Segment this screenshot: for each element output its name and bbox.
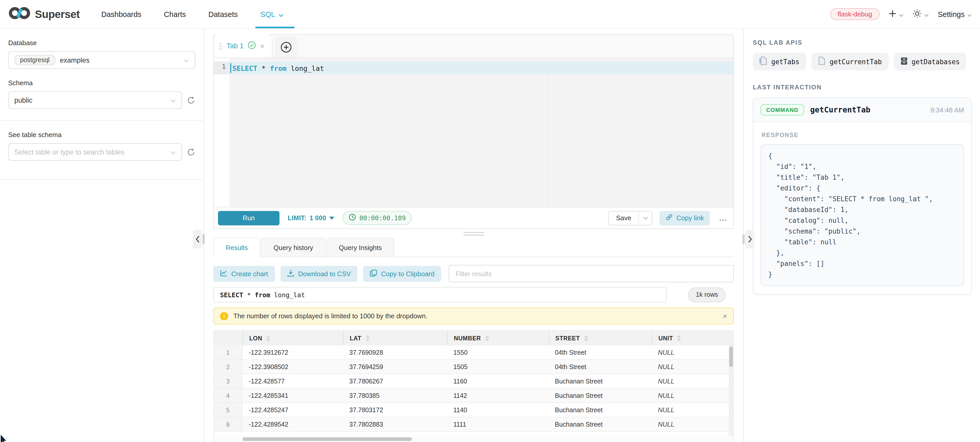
- limit-dropdown[interactable]: LIMIT: 1 000: [288, 214, 334, 222]
- row-count-badge: 1k rows: [688, 287, 725, 302]
- copy-link-label: Copy link: [676, 214, 704, 222]
- column-header[interactable]: UNIT: [652, 330, 733, 345]
- nav-charts[interactable]: Charts: [164, 0, 186, 28]
- sort-icon[interactable]: [266, 335, 270, 341]
- interaction-card-body: RESPONSE { "id": "1", "title": "Tab 1", …: [753, 122, 971, 294]
- sun-icon: [913, 9, 921, 19]
- get-current-tab-button[interactable]: getCurrentTab: [811, 53, 889, 70]
- editor-code-area[interactable]: SELECT * from long_lat: [229, 58, 733, 207]
- more-options-button[interactable]: ...: [717, 214, 729, 222]
- interaction-card-header: COMMAND getCurrentTab 9:34:48 AM: [753, 98, 971, 122]
- column-header[interactable]: LAT: [343, 330, 447, 345]
- response-json: { "id": "1", "title": "Tab 1", "editor":…: [768, 150, 956, 280]
- column-header[interactable]: STREET: [549, 330, 652, 345]
- copy-link-button[interactable]: Copy link: [660, 211, 710, 225]
- table-row[interactable]: 1 -122.3912672 37.7690928 1550 04th Stre…: [214, 345, 733, 360]
- save-dropdown-caret[interactable]: [638, 211, 652, 225]
- sidebar-divider: [0, 120, 204, 121]
- tabs-page-icon: [759, 56, 767, 67]
- database-label: Database: [8, 39, 196, 47]
- last-interaction-card: COMMAND getCurrentTab 9:34:48 AM RESPONS…: [753, 97, 972, 295]
- scrollbar-thumb[interactable]: [243, 437, 412, 441]
- sql-lab-api-panel: SQL LAB APIS getTabs: [743, 29, 980, 442]
- nav-datasets[interactable]: Datasets: [208, 0, 238, 28]
- theme-toggle[interactable]: [913, 9, 929, 19]
- nav-sql[interactable]: SQL: [260, 0, 283, 28]
- clock-icon: [349, 214, 356, 222]
- table-row[interactable]: 4 -122.4285341 37.780385 1142 Buchanan S…: [214, 389, 733, 403]
- sort-icon[interactable]: [677, 335, 681, 341]
- superset-logo-icon: [8, 6, 31, 22]
- limit-label: LIMIT:: [288, 214, 306, 222]
- database-select[interactable]: postgresql examples: [8, 51, 196, 69]
- vertical-scrollbar[interactable]: [729, 345, 733, 436]
- editor-gutter: 1: [214, 58, 229, 207]
- schema-value: public: [14, 96, 33, 104]
- schema-select[interactable]: public: [8, 91, 182, 109]
- table-select-placeholder: Select table or type to search tables: [14, 148, 124, 156]
- download-icon: [287, 269, 294, 278]
- column-header[interactable]: LON: [243, 330, 343, 345]
- panel-resize-grip[interactable]: [202, 234, 205, 244]
- tab-query-insights[interactable]: Query Insights: [326, 238, 394, 257]
- get-current-tab-label: getCurrentTab: [830, 58, 882, 65]
- command-name: getCurrentTab: [810, 105, 870, 115]
- pane-resize-handle[interactable]: [213, 229, 734, 238]
- timer-value: 00:00:00.189: [360, 214, 406, 222]
- collapse-panel-button[interactable]: [745, 230, 754, 249]
- scrollbar-thumb[interactable]: [729, 346, 733, 367]
- link-icon: [666, 214, 673, 222]
- copy-icon: [370, 269, 377, 278]
- new-tab-button[interactable]: [275, 37, 298, 57]
- warning-banner: ! The number of rows displayed is limite…: [213, 308, 734, 324]
- tab-query-history[interactable]: Query history: [261, 238, 326, 257]
- table-schema-label: See table schema: [8, 131, 196, 139]
- horizontal-scrollbar[interactable]: [214, 436, 733, 442]
- new-item-button[interactable]: [888, 10, 903, 19]
- copy-clipboard-button[interactable]: Copy to Clipboard: [363, 266, 441, 282]
- settings-menu[interactable]: Settings: [938, 10, 972, 18]
- table-header: LON LAT NUMBER STREET: [214, 330, 733, 345]
- create-chart-button[interactable]: Create chart: [213, 266, 275, 282]
- table-select[interactable]: Select table or type to search tables: [8, 143, 182, 161]
- sqllab-sidebar: Database postgresql examples Schema publ…: [0, 29, 204, 442]
- sql-editor[interactable]: 1 SELECT * from long_lat: [214, 58, 733, 207]
- editor-tab-strip: Tab 1 ×: [214, 35, 733, 58]
- download-csv-button[interactable]: Download to CSV: [280, 266, 358, 282]
- drag-handle-icon[interactable]: [219, 42, 223, 49]
- sql-keyword: from: [255, 291, 270, 298]
- table-row[interactable]: 5 -122.4285247 37.7803172 1140 Buchanan …: [214, 403, 733, 417]
- sort-icon[interactable]: [584, 335, 588, 341]
- close-icon[interactable]: ×: [260, 42, 265, 50]
- save-button[interactable]: Save: [609, 211, 638, 225]
- filter-results-input[interactable]: [449, 265, 734, 282]
- chevron-down-icon: [924, 10, 929, 18]
- brand-title: Superset: [35, 8, 80, 20]
- warning-icon: !: [220, 312, 228, 320]
- line-number: 1: [214, 62, 229, 75]
- nav-dashboards[interactable]: Dashboards: [101, 0, 141, 28]
- refresh-tables-icon[interactable]: [187, 148, 196, 156]
- save-split-button: Save: [608, 211, 652, 225]
- sort-icon[interactable]: [365, 335, 369, 341]
- sort-icon[interactable]: [485, 335, 489, 341]
- response-label: RESPONSE: [762, 132, 964, 138]
- panel-resize-grip[interactable]: [743, 234, 745, 244]
- download-csv-label: Download to CSV: [298, 270, 351, 278]
- close-icon[interactable]: ×: [722, 311, 727, 320]
- table-row[interactable]: 6 -122.4289542 37.7802883 1111 Buchanan …: [214, 417, 733, 432]
- tab-results[interactable]: Results: [213, 238, 260, 257]
- caret-down-icon: [329, 216, 334, 219]
- get-databases-button[interactable]: getDatabases: [894, 53, 966, 70]
- get-tabs-button[interactable]: getTabs: [753, 53, 806, 70]
- table-row[interactable]: 2 -122.3908502 37.7694259 1505 04th Stre…: [214, 360, 733, 374]
- brand[interactable]: Superset: [8, 6, 80, 22]
- partial-row: [214, 432, 733, 436]
- refresh-schema-icon[interactable]: [187, 96, 196, 104]
- column-header[interactable]: NUMBER: [447, 330, 549, 345]
- run-button[interactable]: Run: [218, 211, 280, 225]
- get-tabs-label: getTabs: [771, 58, 800, 65]
- collapse-sidebar-button[interactable]: [193, 230, 202, 249]
- table-row[interactable]: 3 -122.428577 37.7806267 1160 Buchanan S…: [214, 374, 733, 389]
- editor-tab[interactable]: Tab 1 ×: [214, 34, 272, 57]
